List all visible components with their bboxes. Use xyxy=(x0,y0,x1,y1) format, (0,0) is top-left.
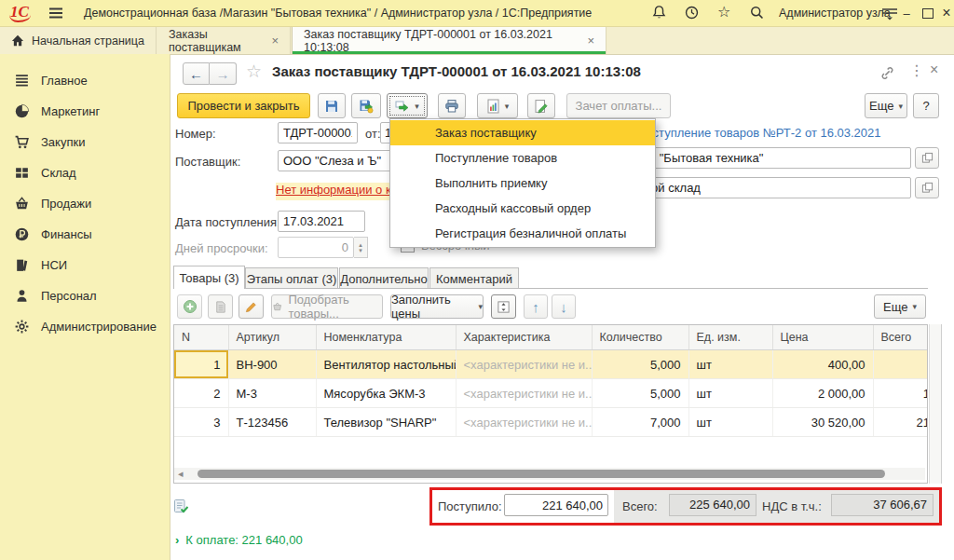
search-icon[interactable] xyxy=(749,5,765,20)
document-posted-icon[interactable] xyxy=(173,499,189,514)
help-button[interactable]: ? xyxy=(913,93,939,118)
table-more-button[interactable]: Еще▾ xyxy=(874,294,926,319)
table-row[interactable]: 1 ВН-900 Вентилятор настольный <характер… xyxy=(174,350,928,379)
table-vertical-scrollbar[interactable] xyxy=(929,324,942,484)
sidebar-item-finance[interactable]: Финансы xyxy=(0,219,170,250)
tab-label: Заказ поставщику ТДРТ-000001 от 16.03.20… xyxy=(304,28,579,54)
reports-button[interactable]: ▾ xyxy=(477,93,518,118)
sidebar-item-warehouse[interactable]: Склад xyxy=(0,157,170,188)
close-tab-icon[interactable]: × xyxy=(587,34,594,47)
print-button[interactable] xyxy=(438,93,466,118)
expand-table-button[interactable] xyxy=(491,294,516,319)
sidebar-item-marketing[interactable]: Маркетинг xyxy=(0,96,170,127)
move-row-up-button[interactable]: ↑ xyxy=(524,294,548,319)
back-button[interactable]: ← xyxy=(183,62,210,85)
col-n[interactable]: N xyxy=(174,325,228,350)
move-row-down-button[interactable]: ↓ xyxy=(552,294,576,319)
close-window-button[interactable]: × xyxy=(937,4,954,22)
fill-prices-button[interactable]: Заполнить цены▾ xyxy=(390,294,484,319)
more-kebab-icon[interactable]: ⋮ xyxy=(909,61,924,79)
sidebar-item-nsi[interactable]: НСИ xyxy=(0,250,170,280)
minimize-button[interactable]: – xyxy=(897,4,916,22)
favorites-star-icon[interactable]: ☆ xyxy=(717,3,730,20)
sidebar-item-main[interactable]: Главное xyxy=(0,65,170,96)
warehouse-choose-button[interactable] xyxy=(915,177,939,198)
close-document-icon[interactable]: × xyxy=(930,61,938,78)
history-icon[interactable] xyxy=(684,5,700,20)
receipt-document-link[interactable]: Поступление товаров №РТ-2 от 16.03.2021 xyxy=(637,126,881,140)
edit-row-button[interactable] xyxy=(238,294,264,319)
ruble-coin-icon xyxy=(14,226,30,242)
tab-supplier-orders-list[interactable]: Заказы поставщикам × xyxy=(157,27,291,54)
received-label: Поступило: xyxy=(438,499,502,513)
col-nomenclature[interactable]: Номенклатура xyxy=(316,325,456,350)
nav-history-buttons: ← → xyxy=(183,62,237,85)
col-article[interactable]: Артикул xyxy=(228,325,316,350)
col-total[interactable]: Всего xyxy=(873,325,928,350)
page-tab-payment-stages[interactable]: Этапы оплат (3) xyxy=(245,267,338,289)
maximize-icon xyxy=(922,8,934,19)
basket-icon xyxy=(14,196,30,212)
copy-row-button[interactable] xyxy=(208,294,233,319)
menu-item-register-cashless-payment[interactable]: Регистрация безналичной оплаты xyxy=(390,221,655,246)
received-input[interactable] xyxy=(504,494,608,516)
offset-payment-button[interactable]: Зачет оплаты... xyxy=(566,93,671,118)
number-input[interactable] xyxy=(278,122,358,143)
current-user[interactable]: Администратор узла xyxy=(779,7,891,20)
table-row[interactable]: 3 Т-123456 Телевизор "SHARP" <характерис… xyxy=(174,408,928,437)
close-tab-icon[interactable]: × xyxy=(271,34,279,47)
hamburger-menu-icon[interactable] xyxy=(48,7,63,19)
edit-document-button[interactable] xyxy=(527,93,555,118)
save-button[interactable] xyxy=(318,93,346,118)
col-unit[interactable]: Ед. изм. xyxy=(688,325,772,350)
service-menu-icon[interactable] xyxy=(881,7,898,20)
active-tab-notch xyxy=(174,288,244,290)
col-quantity[interactable]: Количество xyxy=(592,325,688,350)
post-document-button[interactable] xyxy=(351,93,381,118)
organization-choose-button[interactable] xyxy=(915,147,939,169)
create-based-on-button[interactable]: ▾ xyxy=(387,93,428,118)
col-characteristic[interactable]: Характеристика xyxy=(456,325,592,350)
caret-down-icon: ▾ xyxy=(478,302,483,311)
sidebar-item-personnel[interactable]: Персонал xyxy=(0,280,170,311)
caret-down-icon: ▾ xyxy=(415,102,419,111)
table-horizontal-scrollbar[interactable]: ◂ xyxy=(174,468,925,480)
menu-item-cash-expense-order[interactable]: Расходный кассовый ордер xyxy=(390,196,655,221)
to-pay-link[interactable]: ›К оплате: 221 640,00 xyxy=(175,533,303,547)
table-row[interactable]: 2 М-3 Мясорубка ЭКМ-3 <характеристики не… xyxy=(174,379,928,408)
menu-item-perform-acceptance[interactable]: Выполнить приемку xyxy=(390,171,655,196)
add-row-button[interactable] xyxy=(177,294,202,319)
receipt-date-input[interactable] xyxy=(278,211,365,232)
tab-home[interactable]: Начальная страница xyxy=(0,27,157,54)
notifications-bell-icon[interactable] xyxy=(651,5,667,20)
home-icon xyxy=(11,34,24,47)
supplier-label: Поставщик: xyxy=(175,155,240,169)
shopping-cart-icon-item-purchases[interactable]: Закупки xyxy=(0,127,170,157)
sidebar-item-administration[interactable]: Администрирование xyxy=(0,311,170,342)
menu-item-goods-receipt[interactable]: Поступление товаров xyxy=(390,145,655,171)
overdue-days-spinner[interactable]: ▴ ▾ xyxy=(354,237,368,258)
page-tab-comment[interactable]: Комментарий xyxy=(429,267,519,289)
create-based-on-icon xyxy=(395,100,410,113)
scroll-left-arrow-icon[interactable]: ◂ xyxy=(178,468,184,480)
items-table: N Артикул Номенклатура Характеристика Ко… xyxy=(173,324,928,484)
maximize-button[interactable] xyxy=(919,4,937,22)
pick-goods-button[interactable]: Подобрать товары... xyxy=(271,294,383,319)
forward-button[interactable]: → xyxy=(210,62,237,85)
sidebar-item-sales[interactable]: Продажи xyxy=(0,188,170,219)
total-label: Всего: xyxy=(622,499,658,513)
get-link-icon[interactable] xyxy=(879,65,895,81)
page-tab-goods[interactable]: Товары (3) xyxy=(173,266,245,289)
page-tab-additional[interactable]: Дополнительно xyxy=(339,267,429,289)
overdue-days-input[interactable] xyxy=(278,237,354,258)
scrollbar-thumb[interactable] xyxy=(198,470,885,478)
col-price[interactable]: Цена xyxy=(772,325,873,350)
menu-item-supplier-order[interactable]: Заказ поставщику xyxy=(390,120,655,145)
spinner-down-icon[interactable]: ▾ xyxy=(359,248,362,253)
application-window: 1С Демонстрационная база /Магазин "Бытов… xyxy=(0,0,954,560)
tab-supplier-order-document[interactable]: Заказ поставщику ТДРТ-000001 от 16.03.20… xyxy=(292,27,606,54)
post-and-close-button[interactable]: Провести и закрыть xyxy=(177,93,310,118)
favorite-star-icon[interactable]: ☆ xyxy=(246,61,262,82)
more-actions-button[interactable]: Еще▾ xyxy=(865,93,907,118)
title-bar: 1С Демонстрационная база /Магазин "Бытов… xyxy=(0,0,954,27)
